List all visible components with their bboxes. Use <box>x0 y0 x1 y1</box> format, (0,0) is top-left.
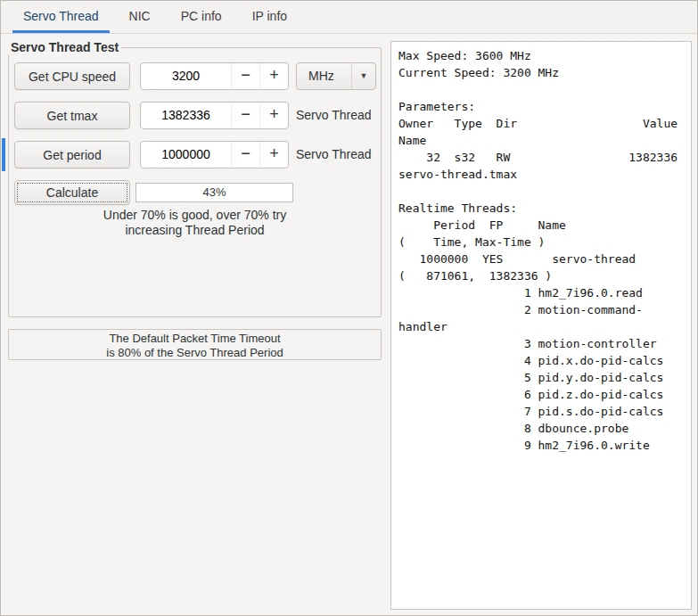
result-hint-text: Under 70% is good, over 70% try increasi… <box>9 208 381 238</box>
chevron-down-icon: ▼ <box>351 63 375 89</box>
get-period-button[interactable]: Get period <box>14 141 130 168</box>
cpu-speed-increment-button[interactable]: + <box>259 63 288 89</box>
tab-servo-thread[interactable]: Servo Thread <box>12 1 111 33</box>
packet-timeout-note: The Default Packet Time Timeout is 80% o… <box>8 329 382 360</box>
tmax-thread-label: Servo Thread <box>296 102 381 129</box>
get-cpu-speed-button[interactable]: Get CPU speed <box>14 62 130 90</box>
get-tmax-button[interactable]: Get tmax <box>14 102 130 129</box>
servo-thread-test-frame: Get CPU speed 3200 − + MHz ▼ Get tmax 13… <box>8 47 382 317</box>
halcmd-output-textview[interactable]: Max Speed: 3600 MHz Current Speed: 3200 … <box>390 41 692 610</box>
frame-title: Servo Thread Test <box>8 40 121 54</box>
minus-icon: − <box>241 66 250 84</box>
plus-icon: + <box>269 144 279 162</box>
tmax-value[interactable]: 1382336 <box>141 103 231 128</box>
tab-ip-info[interactable]: IP info <box>241 1 299 33</box>
period-spinbox: 1000000 − + <box>140 141 289 168</box>
cpu-speed-spinbox: 3200 − + <box>140 62 289 90</box>
tab-pc-info[interactable]: PC info <box>169 1 234 33</box>
active-tab-underline <box>12 30 110 33</box>
tab-nic[interactable]: NIC <box>118 1 162 33</box>
period-decrement-button[interactable]: − <box>231 142 259 168</box>
plus-icon: + <box>269 66 279 84</box>
period-increment-button[interactable]: + <box>259 142 288 168</box>
cpu-speed-value[interactable]: 3200 <box>141 63 231 89</box>
tmax-spinbox: 1382336 − + <box>140 102 289 129</box>
result-percentage-field: 43% <box>135 183 293 202</box>
tab-pc-info-label: PC info <box>181 9 222 23</box>
tmax-increment-button[interactable]: + <box>259 103 288 128</box>
plus-icon: + <box>269 105 279 123</box>
tab-servo-thread-label: Servo Thread <box>23 9 99 23</box>
period-value[interactable]: 1000000 <box>141 142 231 168</box>
minus-icon: − <box>241 144 250 162</box>
minus-icon: − <box>241 105 250 123</box>
tab-ip-info-label: IP info <box>252 9 287 23</box>
cpu-speed-decrement-button[interactable]: − <box>231 63 259 89</box>
unit-dropdown-value: MHz <box>297 63 351 89</box>
period-thread-label: Servo Thread <box>296 141 381 168</box>
tab-bar: Servo Thread NIC PC info IP info <box>1 1 697 34</box>
app-window: Servo Thread NIC PC info IP info Servo T… <box>0 0 698 616</box>
unit-dropdown[interactable]: MHz ▼ <box>296 62 376 90</box>
accent-bar <box>2 138 5 171</box>
tab-nic-label: NIC <box>129 9 151 23</box>
calculate-button[interactable]: Calculate <box>14 180 130 205</box>
tmax-decrement-button[interactable]: − <box>231 103 259 128</box>
